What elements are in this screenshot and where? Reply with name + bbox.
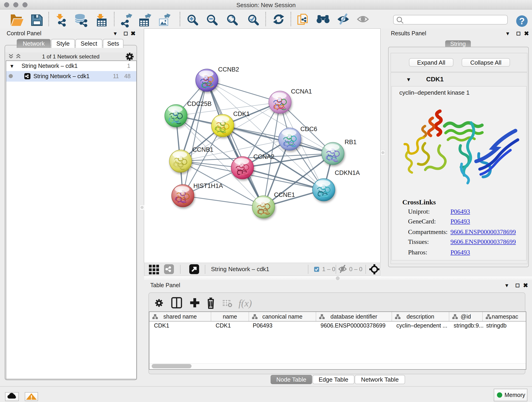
svg-text:CCNA1: CCNA1	[291, 88, 312, 95]
svg-text:CCNA2: CCNA2	[253, 153, 274, 160]
svg-text:CCNB1: CCNB1	[192, 146, 214, 153]
svg-text:CCNB2: CCNB2	[218, 66, 239, 73]
svg-text:CDC25B: CDC25B	[187, 100, 212, 107]
svg-text:?: ?	[519, 16, 525, 26]
svg-text:CCNE1: CCNE1	[274, 191, 295, 198]
svg-text:CDC6: CDC6	[300, 126, 317, 133]
svg-text:f(x): f(x)	[239, 298, 252, 309]
svg-text:CDK1: CDK1	[233, 110, 250, 117]
svg-text:HIST1H1A: HIST1H1A	[193, 182, 223, 189]
svg-text:CDKN1A: CDKN1A	[335, 169, 360, 176]
svg-text:RB1: RB1	[345, 139, 357, 146]
